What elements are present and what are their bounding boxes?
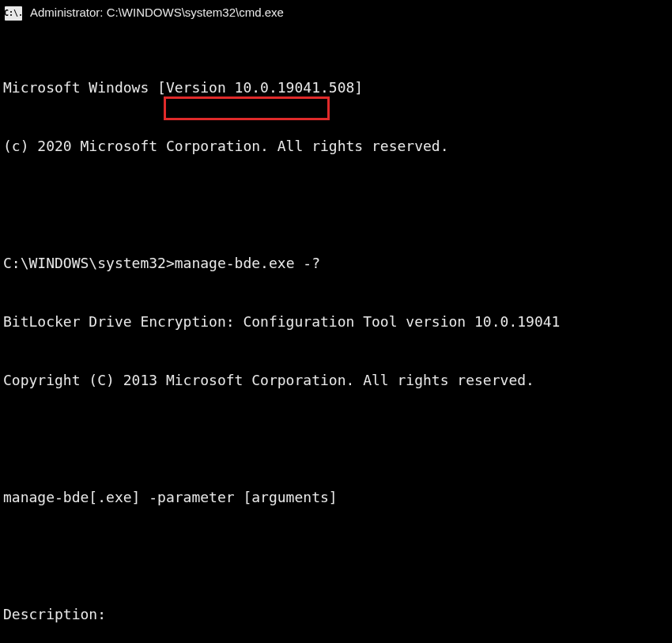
tool-header-2: Copyright (C) 2013 Microsoft Corporation… <box>3 371 669 391</box>
banner-line-1: Microsoft Windows [Version 10.0.19041.50… <box>3 78 669 98</box>
prompt-line: C:\WINDOWS\system32>manage-bde.exe -? <box>3 254 669 274</box>
blank-line <box>3 195 669 215</box>
cmd-icon: C:\. <box>5 6 22 21</box>
prompt-path: C:\WINDOWS\system32> <box>3 255 175 271</box>
terminal-area[interactable]: Microsoft Windows [Version 10.0.19041.50… <box>0 27 672 643</box>
titlebar[interactable]: C:\. Administrator: C:\WINDOWS\system32\… <box>0 0 672 27</box>
entered-command: manage-bde.exe -? <box>175 255 320 271</box>
usage-line: manage-bde[.exe] -parameter [arguments] <box>3 488 669 508</box>
blank-line <box>3 429 669 449</box>
tool-header-1: BitLocker Drive Encryption: Configuratio… <box>3 312 669 332</box>
description-heading: Description: <box>3 605 669 625</box>
blank-line <box>3 547 669 566</box>
window-title: Administrator: C:\WINDOWS\system32\cmd.e… <box>30 5 284 21</box>
banner-line-2: (c) 2020 Microsoft Corporation. All righ… <box>3 137 669 157</box>
cmd-window: C:\. Administrator: C:\WINDOWS\system32\… <box>0 0 672 643</box>
